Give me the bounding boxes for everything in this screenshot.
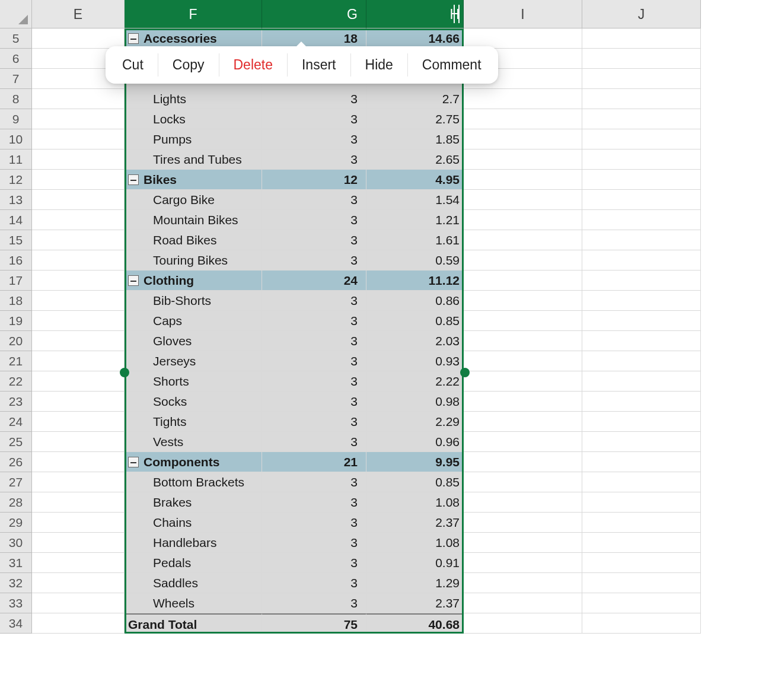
cell[interactable] bbox=[582, 593, 701, 613]
menu-comment[interactable]: Comment bbox=[408, 49, 496, 81]
pivot-item-label[interactable]: Vests bbox=[125, 432, 262, 452]
row-header[interactable]: 22 bbox=[0, 371, 32, 392]
pivot-item-label[interactable]: Saddles bbox=[125, 573, 262, 593]
row-header[interactable]: 33 bbox=[0, 593, 32, 613]
cell[interactable] bbox=[32, 129, 125, 149]
cell[interactable] bbox=[32, 230, 125, 250]
cell[interactable] bbox=[32, 28, 125, 49]
cell[interactable] bbox=[32, 553, 125, 573]
cell[interactable] bbox=[582, 553, 701, 573]
row-header[interactable]: 9 bbox=[0, 109, 32, 129]
pivot-grand-total-value[interactable]: 40.68 bbox=[366, 613, 464, 634]
cell[interactable] bbox=[464, 351, 582, 371]
cell[interactable] bbox=[464, 472, 582, 492]
pivot-item-count[interactable]: 3 bbox=[262, 311, 366, 331]
cell[interactable] bbox=[464, 371, 582, 392]
cell[interactable] bbox=[32, 190, 125, 210]
cell[interactable] bbox=[582, 533, 701, 553]
cell[interactable] bbox=[32, 392, 125, 412]
cell[interactable] bbox=[464, 553, 582, 573]
pivot-item-value[interactable]: 1.61 bbox=[366, 230, 464, 250]
pivot-item-label[interactable]: Gloves bbox=[125, 331, 262, 351]
pivot-item-label[interactable]: Socks bbox=[125, 392, 262, 412]
pivot-item-label[interactable]: Pumps bbox=[125, 129, 262, 149]
row-header[interactable]: 6 bbox=[0, 49, 32, 69]
pivot-item-value[interactable]: 2.29 bbox=[366, 412, 464, 432]
menu-delete[interactable]: Delete bbox=[219, 49, 287, 81]
cell[interactable] bbox=[464, 210, 582, 230]
pivot-item-label[interactable]: Bottom Brackets bbox=[125, 472, 262, 492]
pivot-item-label[interactable]: Tights bbox=[125, 412, 262, 432]
cell[interactable] bbox=[464, 190, 582, 210]
cell[interactable] bbox=[582, 250, 701, 271]
pivot-item-count[interactable]: 3 bbox=[262, 392, 366, 412]
row-header[interactable]: 17 bbox=[0, 271, 32, 291]
col-header-G[interactable]: G bbox=[262, 0, 366, 28]
cell[interactable] bbox=[582, 109, 701, 129]
cell[interactable] bbox=[582, 492, 701, 513]
cell[interactable] bbox=[464, 412, 582, 432]
row-header[interactable]: 30 bbox=[0, 533, 32, 553]
pivot-item-count[interactable]: 3 bbox=[262, 513, 366, 533]
pivot-item-count[interactable]: 3 bbox=[262, 250, 366, 271]
cell[interactable] bbox=[464, 311, 582, 331]
pivot-item-label[interactable]: Locks bbox=[125, 109, 262, 129]
pivot-item-count[interactable]: 3 bbox=[262, 533, 366, 553]
cell[interactable] bbox=[582, 371, 701, 392]
pivot-item-label[interactable]: Lights bbox=[125, 89, 262, 109]
row-header[interactable]: 20 bbox=[0, 331, 32, 351]
pivot-item-label[interactable]: Touring Bikes bbox=[125, 250, 262, 271]
row-header[interactable]: 32 bbox=[0, 573, 32, 593]
cell[interactable] bbox=[582, 513, 701, 533]
pivot-item-value[interactable]: 0.96 bbox=[366, 432, 464, 452]
pivot-item-value[interactable]: 2.7 bbox=[366, 89, 464, 109]
pivot-item-value[interactable]: 0.85 bbox=[366, 311, 464, 331]
collapse-icon[interactable] bbox=[128, 174, 139, 185]
cell[interactable] bbox=[32, 89, 125, 109]
cell[interactable] bbox=[582, 331, 701, 351]
cell[interactable] bbox=[582, 432, 701, 452]
cell[interactable] bbox=[582, 311, 701, 331]
select-all-corner[interactable] bbox=[0, 0, 32, 28]
pivot-item-count[interactable]: 3 bbox=[262, 149, 366, 170]
pivot-item-value[interactable]: 2.22 bbox=[366, 371, 464, 392]
cell[interactable] bbox=[32, 452, 125, 472]
pivot-item-value[interactable]: 0.59 bbox=[366, 250, 464, 271]
row-header[interactable]: 19 bbox=[0, 311, 32, 331]
pivot-grand-total-label[interactable]: Grand Total bbox=[125, 613, 262, 634]
cell[interactable] bbox=[464, 250, 582, 271]
pivot-item-value[interactable]: 2.75 bbox=[366, 109, 464, 129]
pivot-item-value[interactable]: 2.37 bbox=[366, 593, 464, 613]
row-header[interactable]: 16 bbox=[0, 250, 32, 271]
row-header[interactable]: 11 bbox=[0, 149, 32, 170]
pivot-group-label[interactable]: Bikes bbox=[125, 170, 262, 190]
cell[interactable] bbox=[582, 69, 701, 89]
cell[interactable] bbox=[32, 432, 125, 452]
pivot-item-label[interactable]: Cargo Bike bbox=[125, 190, 262, 210]
pivot-group-count[interactable]: 12 bbox=[262, 170, 366, 190]
cell[interactable] bbox=[32, 472, 125, 492]
cell[interactable] bbox=[464, 28, 582, 49]
cell[interactable] bbox=[464, 271, 582, 291]
cell[interactable] bbox=[582, 472, 701, 492]
pivot-item-count[interactable]: 3 bbox=[262, 109, 366, 129]
pivot-group-count[interactable]: 24 bbox=[262, 271, 366, 291]
cell[interactable] bbox=[582, 452, 701, 472]
pivot-item-value[interactable]: 0.86 bbox=[366, 291, 464, 311]
row-header[interactable]: 21 bbox=[0, 351, 32, 371]
cell[interactable] bbox=[464, 149, 582, 170]
pivot-group-value[interactable]: 9.95 bbox=[366, 452, 464, 472]
cell[interactable] bbox=[464, 432, 582, 452]
pivot-item-count[interactable]: 3 bbox=[262, 190, 366, 210]
col-header-I[interactable]: I bbox=[464, 0, 582, 28]
pivot-item-count[interactable]: 3 bbox=[262, 593, 366, 613]
pivot-item-label[interactable]: Brakes bbox=[125, 492, 262, 513]
pivot-item-label[interactable]: Jerseys bbox=[125, 351, 262, 371]
cell[interactable] bbox=[582, 230, 701, 250]
cell[interactable] bbox=[32, 250, 125, 271]
pivot-item-value[interactable]: 1.21 bbox=[366, 210, 464, 230]
row-header[interactable]: 13 bbox=[0, 190, 32, 210]
cell[interactable] bbox=[582, 190, 701, 210]
pivot-item-value[interactable]: 0.93 bbox=[366, 351, 464, 371]
cell[interactable] bbox=[464, 593, 582, 613]
